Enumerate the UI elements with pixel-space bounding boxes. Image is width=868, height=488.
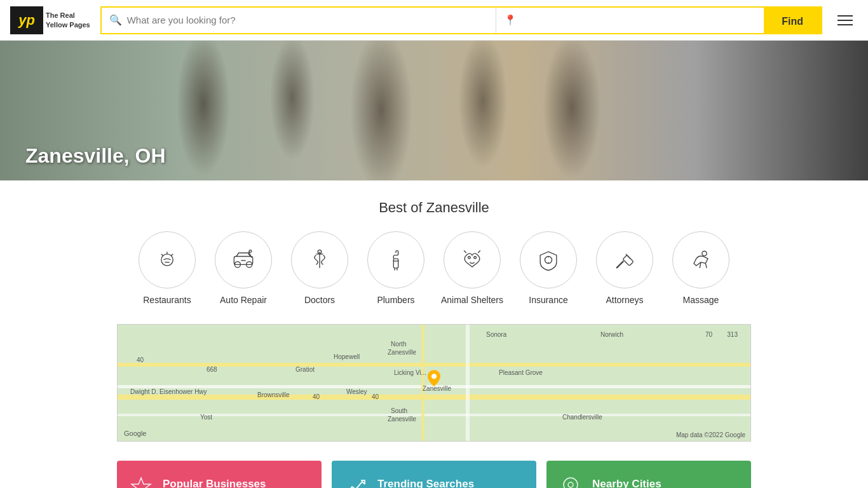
- popular-text: Popular Businesses in Zanesville: [163, 478, 266, 489]
- map-label: 40: [137, 356, 144, 363]
- map-label: Brownsville: [257, 391, 290, 398]
- find-button[interactable]: Find: [764, 8, 821, 34]
- massage-icon: [687, 246, 715, 274]
- map-label: Zanesville: [388, 416, 416, 423]
- category-circle-doctors: [291, 231, 348, 288]
- map-label: Pleasant Grove: [499, 369, 543, 376]
- hamburger-line: [837, 15, 853, 17]
- category-auto-repair[interactable]: Auto Repair: [212, 231, 275, 305]
- category-label-plumbers: Plumbers: [377, 295, 414, 305]
- location-input[interactable]: Glendale, CA: [522, 15, 756, 25]
- restaurant-icon: [153, 246, 181, 274]
- logo-box: yp: [10, 6, 43, 34]
- trending-searches-card[interactable]: Trending Searches in Zanesville: [332, 461, 536, 488]
- location-icon: 📍: [504, 14, 517, 26]
- category-massage[interactable]: Massage: [669, 231, 733, 305]
- trending-icon: [344, 475, 367, 489]
- svg-line-20: [478, 250, 480, 253]
- category-attorneys[interactable]: Attorneys: [593, 231, 656, 305]
- category-label-animal: Animal Shelters: [441, 295, 503, 305]
- nearby-title: Nearby Cities: [592, 478, 661, 489]
- popular-businesses-card[interactable]: Popular Businesses in Zanesville: [117, 461, 322, 488]
- category-animal-shelters[interactable]: Animal Shelters: [440, 231, 504, 305]
- attorneys-icon: [611, 246, 639, 274]
- category-circle-insurance: [520, 231, 577, 288]
- map-label: North: [391, 341, 406, 348]
- svg-rect-13: [393, 259, 398, 268]
- popular-title: Popular Businesses: [163, 478, 266, 489]
- map-label: South: [391, 407, 407, 414]
- map-label: 70: [705, 331, 712, 338]
- map-label: Zanesville: [388, 349, 416, 356]
- map-label: Licking Vi...: [394, 369, 426, 376]
- category-circle-animal: [444, 231, 501, 288]
- map-road-v: [466, 325, 470, 441]
- map-label: Dwight D. Eisenhower Hwy: [130, 388, 207, 395]
- hamburger-menu[interactable]: [832, 10, 858, 30]
- logo-yp-text: yp: [18, 12, 35, 29]
- search-where-container: 📍 Glendale, CA: [496, 8, 764, 33]
- map-background: 40 Dwight D. Eisenhower Hwy Brownsville …: [118, 325, 750, 441]
- map-container: 40 Dwight D. Eisenhower Hwy Brownsville …: [117, 324, 751, 442]
- categories-list: Restaurants Auto Repair: [10, 231, 858, 305]
- bottom-cards: Popular Businesses in Zanesville Trendin…: [0, 448, 868, 488]
- category-plumbers[interactable]: Plumbers: [364, 231, 428, 305]
- map-label: 40: [372, 393, 379, 400]
- map-label: 40: [313, 393, 320, 400]
- plumbers-icon: [382, 246, 410, 274]
- svg-line-2: [161, 254, 163, 256]
- svg-point-9: [249, 250, 252, 252]
- svg-point-18: [474, 257, 477, 259]
- hero-banner: Zanesville, OH: [0, 41, 868, 180]
- trending-title: Trending Searches: [377, 478, 474, 489]
- category-label-insurance: Insurance: [529, 295, 567, 305]
- map-label: 313: [727, 331, 738, 338]
- category-label-restaurants: Restaurants: [143, 295, 191, 305]
- svg-line-29: [705, 264, 707, 268]
- category-doctors[interactable]: Doctors: [288, 231, 351, 305]
- map-road: [118, 414, 750, 416]
- best-of-title: Best of Zanesville: [10, 200, 858, 216]
- svg-line-3: [171, 254, 173, 256]
- search-input[interactable]: [127, 15, 488, 25]
- map-label: 668: [207, 366, 217, 373]
- svg-point-30: [431, 374, 437, 379]
- svg-line-26: [626, 254, 630, 259]
- animal-icon: [458, 246, 486, 274]
- svg-point-27: [702, 251, 707, 255]
- svg-line-19: [464, 250, 466, 253]
- category-label-auto: Auto Repair: [220, 295, 267, 305]
- svg-marker-31: [132, 478, 151, 489]
- nearby-cities-card[interactable]: Nearby Cities in Zanesville: [546, 461, 751, 488]
- map-label: Wesley: [346, 388, 367, 395]
- trending-text: Trending Searches in Zanesville: [377, 478, 474, 489]
- map-label: Norwich: [600, 331, 623, 338]
- doctors-icon: [306, 246, 334, 274]
- category-circle-restaurants: [139, 231, 196, 288]
- popular-icon: [130, 475, 153, 489]
- header: yp The Real Yellow Pages 🔍 📍 Glendale, C…: [0, 0, 868, 41]
- map-road-v: [421, 325, 424, 441]
- category-insurance[interactable]: Insurance: [517, 231, 580, 305]
- google-logo: Google: [124, 430, 146, 437]
- map-label: Chandlersville: [562, 414, 602, 421]
- location-pin-icon: [559, 475, 582, 489]
- logo-text: The Real Yellow Pages: [46, 11, 90, 29]
- map-credit: Map data ©2022 Google: [676, 431, 745, 438]
- category-label-massage: Massage: [683, 295, 719, 305]
- category-label-attorneys: Attorneys: [606, 295, 643, 305]
- category-restaurants[interactable]: Restaurants: [135, 231, 199, 305]
- search-what-container: 🔍: [102, 8, 496, 33]
- hamburger-line: [837, 24, 853, 25]
- map-label: Hopewell: [334, 353, 360, 360]
- category-circle-attorneys: [596, 231, 653, 288]
- hamburger-line: [837, 20, 853, 21]
- map-road: [118, 395, 750, 400]
- svg-point-17: [468, 257, 471, 259]
- category-circle-auto: [215, 231, 272, 288]
- hero-city-title: Zanesville, OH: [25, 144, 166, 168]
- logo-link[interactable]: yp The Real Yellow Pages: [10, 6, 90, 34]
- svg-point-32: [568, 482, 573, 487]
- map-label: Gratiot: [295, 366, 315, 373]
- map-label: Yost: [200, 414, 212, 421]
